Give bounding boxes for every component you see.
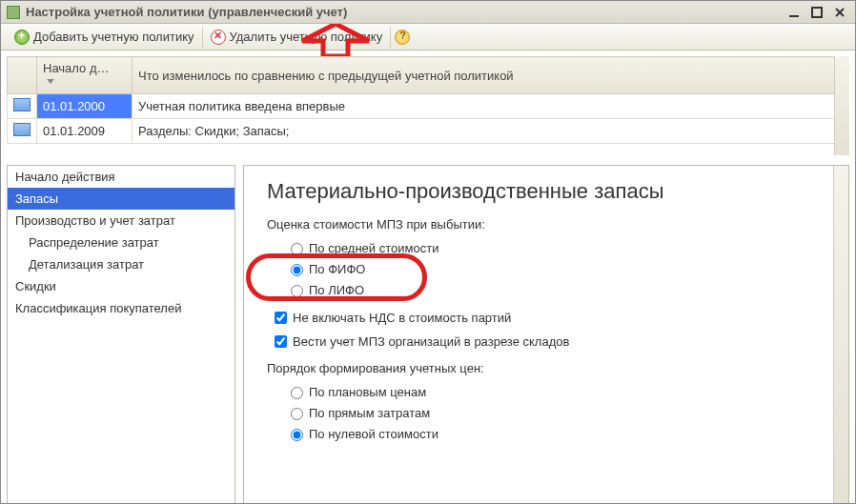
add-policy-label: Добавить учетную политику: [33, 30, 194, 44]
history-row[interactable]: 01.01.2000 Учетная политика введена впер…: [8, 94, 849, 119]
help-button[interactable]: [391, 27, 418, 48]
close-icon: [834, 7, 846, 18]
delete-icon: [211, 30, 226, 45]
radio-direct-cost[interactable]: По прямым затратам: [267, 402, 831, 423]
window-title: Настройка учетной политики (управленческ…: [26, 1, 781, 24]
radio-avg-cost[interactable]: По средней стоимости: [267, 237, 831, 258]
add-icon: [14, 30, 30, 45]
radio-zero-input[interactable]: [291, 429, 303, 441]
history-block: Начало д… Что изменилось по сравнению с …: [1, 50, 855, 161]
maximize-icon: [811, 7, 823, 18]
checkbox-by-warehouse-input[interactable]: [275, 335, 287, 348]
radio-lifo-label: По ЛИФО: [309, 283, 364, 297]
maximize-button[interactable]: [807, 5, 826, 20]
history-date: 01.01.2009: [37, 119, 132, 144]
delete-policy-button[interactable]: Удалить учетную политику: [203, 27, 392, 48]
minimize-icon: [788, 7, 800, 18]
history-col-date[interactable]: Начало д…: [37, 57, 132, 94]
toolbar: Добавить учетную политику Удалить учетну…: [1, 24, 855, 50]
svg-rect-0: [789, 15, 799, 17]
sidebar-item-cost-detail[interactable]: Детализация затрат: [8, 253, 234, 275]
history-scrollbar[interactable]: [834, 56, 849, 155]
radio-plan-price[interactable]: По плановым ценам: [267, 381, 831, 402]
history-table: Начало д… Что изменилось по сравнению с …: [7, 56, 849, 144]
radio-direct-input[interactable]: [291, 408, 303, 420]
sort-desc-icon: [47, 79, 56, 89]
radio-plan-input[interactable]: [291, 387, 303, 399]
radio-fifo-label: По ФИФО: [309, 262, 365, 276]
content-heading: Материально-производственные запасы: [267, 179, 831, 204]
checkbox-exclude-vat-input[interactable]: [275, 312, 287, 324]
content-scrollbar[interactable]: [833, 166, 848, 504]
help-icon: [395, 30, 410, 45]
radio-lifo[interactable]: По ЛИФО: [267, 279, 831, 300]
sidebar-item-production[interactable]: Производство и учет затрат: [8, 210, 234, 232]
radio-zero-cost[interactable]: По нулевой стоимости: [267, 423, 831, 444]
checkbox-vat-label: Не включать НДС в стоимость партий: [293, 311, 511, 325]
radio-avg-input[interactable]: [291, 243, 303, 255]
close-button[interactable]: [830, 5, 849, 20]
history-date: 01.01.2000: [37, 94, 132, 119]
history-changes: Разделы: Скидки; Запасы;: [132, 119, 849, 144]
checkbox-by-warehouse[interactable]: Вести учет МПЗ организаций в разрезе скл…: [267, 330, 831, 353]
history-col-changes[interactable]: Что изменилось по сравнению с предыдущей…: [132, 57, 849, 94]
valuation-label: Оценка стоимости МПЗ при выбытии:: [267, 217, 831, 232]
radio-plan-label: По плановым ценам: [309, 385, 426, 399]
radio-fifo-input[interactable]: [291, 264, 303, 276]
sidebar: Начало действия Запасы Производство и уч…: [7, 165, 235, 504]
radio-zero-label: По нулевой стоимости: [309, 427, 438, 441]
sidebar-item-buyer-class[interactable]: Классификация покупателей: [8, 297, 234, 319]
minimize-button[interactable]: [785, 5, 804, 20]
checkbox-exclude-vat[interactable]: Не включать НДС в стоимость партий: [267, 306, 831, 330]
row-icon: [13, 98, 31, 111]
radio-fifo[interactable]: По ФИФО: [267, 258, 831, 279]
history-col-icon[interactable]: [8, 57, 37, 94]
history-changes: Учетная политика введена впервые: [132, 94, 849, 119]
checkbox-wh-label: Вести учет МПЗ организаций в разрезе скл…: [293, 334, 569, 349]
history-row[interactable]: 01.01.2009 Разделы: Скидки; Запасы;: [8, 119, 849, 144]
content-panel: Материально-производственные запасы Оцен…: [243, 165, 849, 504]
radio-lifo-input[interactable]: [291, 285, 303, 297]
sidebar-item-inventory[interactable]: Запасы: [8, 188, 234, 210]
delete-policy-label: Удалить учетную политику: [230, 30, 383, 44]
window-titlebar: Настройка учетной политики (управленческ…: [1, 1, 855, 24]
sidebar-item-start[interactable]: Начало действия: [8, 166, 234, 188]
sidebar-item-discounts[interactable]: Скидки: [8, 275, 234, 297]
add-policy-button[interactable]: Добавить учетную политику: [7, 27, 203, 48]
row-icon: [13, 123, 31, 136]
radio-avg-label: По средней стоимости: [309, 241, 438, 255]
radio-direct-label: По прямым затратам: [309, 406, 430, 420]
sidebar-item-cost-distribution[interactable]: Распределение затрат: [8, 232, 234, 253]
svg-rect-1: [812, 8, 822, 17]
pricing-order-label: Порядок формирования учетных цен:: [267, 361, 831, 375]
app-icon: [7, 6, 20, 19]
